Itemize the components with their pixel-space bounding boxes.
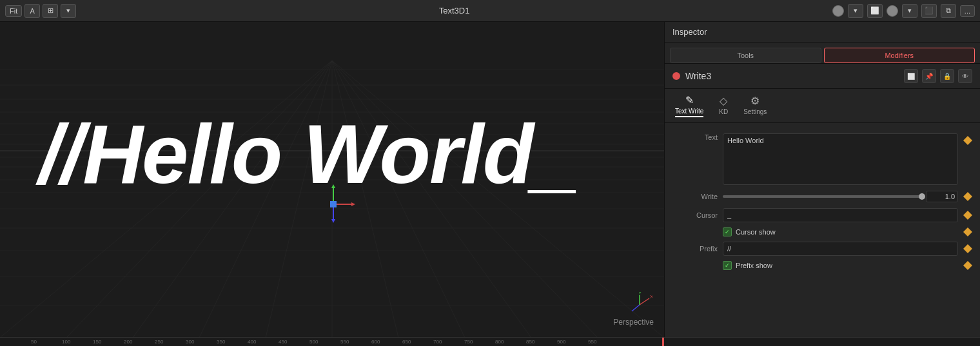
record-button[interactable] [832,5,844,17]
prefix-value-area [723,242,958,256]
ruler-tick-750: 750 [464,339,473,345]
fit-button[interactable]: Fit [5,5,22,17]
perspective-label: Perspective [613,318,654,327]
sub-tabs: ✎ Text Write ◇ KD ⚙ Settings [665,89,980,123]
viewport-3d-text: //Hello World_ [39,112,578,196]
cursor-property-row: Cursor [665,206,980,225]
split-view-icon[interactable]: ⧉ [941,4,956,18]
ruler-tick-900: 900 [557,339,565,345]
ruler-tick-650: 650 [402,339,411,345]
render-circle-btn[interactable] [887,5,898,17]
view-icon-btn[interactable]: ⊞ [43,4,58,18]
cursor-input[interactable] [723,208,958,222]
cursor-show-row: ✓ Cursor show [665,225,980,239]
chevron-down-icon2[interactable]: ▾ [848,4,863,18]
cursor-show-checkbox[interactable]: ✓ [723,227,732,236]
ruler-tick-600: 600 [371,339,380,345]
node-header: Write3 ⬜ 📌 🔒 👁 [665,64,980,89]
ruler-tick-50: 50 [31,339,37,345]
write-property-row: Write [665,187,980,206]
ruler-tick-550: 550 [340,339,349,345]
playhead [662,338,664,346]
more-button[interactable]: ... [960,5,975,17]
viewport-title: Text3D1 [439,6,470,15]
viewport[interactable]: //Hello World_ Perspective X Y [0,22,664,337]
text-write-label: Text Write [675,108,703,117]
inspector-top-tabs: Tools Modifiers [665,43,980,64]
pin-icon-btn[interactable]: 📌 [922,69,936,83]
cursor-value-area [723,208,958,222]
prefix-property-label: Prefix [672,245,718,253]
ruler-tick-200: 200 [124,339,132,345]
modifiers-tab[interactable]: Modifiers [824,48,975,63]
ruler-container: 50 100 150 200 250 300 350 400 450 500 5… [0,338,664,346]
text-value-area [723,133,958,185]
axes-indicator: X Y [627,292,652,318]
cursor-show-keyframe-btn[interactable] [963,227,972,236]
text-write-icon: ✎ [685,94,694,106]
inspector-panel: Inspector Tools Modifiers Write3 ⬜ 📌 🔒 👁… [664,22,980,337]
svg-text:Y: Y [638,292,642,296]
visibility-icon-btn[interactable]: 👁 [958,69,972,83]
ruler-tick-800: 800 [495,339,504,345]
text-property-row: Text [665,128,980,187]
svg-marker-31 [331,184,335,188]
node-active-dot [672,72,680,80]
write-slider[interactable] [723,195,922,198]
sub-tab-kd[interactable]: ◇ KD [716,93,730,118]
ruler-tick-450: 450 [279,339,287,345]
main-content: //Hello World_ Perspective X Y [0,22,980,337]
svg-line-40 [632,305,640,311]
text-input[interactable] [723,133,958,185]
svg-marker-35 [331,219,335,223]
write-slider-fill [723,195,922,198]
ruler-tick-150: 150 [93,339,101,345]
chevron-down-icon[interactable]: ▾ [61,4,76,18]
prefix-property-row: Prefix [665,239,980,258]
write-number-input[interactable] [926,191,958,202]
cursor-show-label: Cursor show [736,228,776,236]
write-value-area [723,191,958,202]
fit-group: Fit A ⊞ ▾ [5,4,76,18]
ruler-tick-300: 300 [186,339,194,345]
prefix-show-keyframe-btn[interactable] [963,261,972,270]
camera-icon-btn[interactable]: ⬛ [921,4,937,18]
svg-rect-29 [330,201,337,207]
text-keyframe-btn[interactable] [963,136,972,145]
cursor-property-label: Cursor [672,211,718,219]
kd-icon: ◇ [720,95,727,107]
settings-label: Settings [743,108,767,117]
sub-tab-text-write[interactable]: ✎ Text Write [672,93,706,119]
window-icon-btn[interactable]: ⬜ [904,69,918,83]
top-toolbar: Fit A ⊞ ▾ Text3D1 ▾ ⬜ ▾ ⬛ ⧉ ... [0,0,980,22]
prefix-show-label: Prefix show [736,262,772,269]
prefix-show-row: ✓ Prefix show [665,258,980,273]
write-slider-thumb [919,193,925,200]
node-name: Write3 [685,71,899,81]
prefix-input[interactable] [723,242,958,256]
prefix-show-checkbox[interactable]: ✓ [723,261,732,270]
sub-tab-settings[interactable]: ⚙ Settings [741,93,769,118]
ruler-tick-850: 850 [526,339,534,345]
chevron-down-icon3[interactable]: ▾ [902,4,917,18]
inspector-header: Inspector [665,22,980,43]
tools-tab[interactable]: Tools [670,48,821,63]
toolbar-right: ▾ ⬜ ▾ ⬛ ⧉ ... [832,4,975,18]
ruler-tick-400: 400 [248,339,256,345]
settings-icon: ⚙ [750,95,760,107]
screen-icon-btn[interactable]: ⬜ [867,4,883,18]
ruler-tick-250: 250 [155,339,163,345]
timeline-bar: 50 100 150 200 250 300 350 400 450 500 5… [0,337,980,346]
ruler-tick-350: 350 [217,339,225,345]
write-keyframe-btn[interactable] [963,192,972,201]
ruler-tick-100: 100 [62,339,70,345]
svg-text:X: X [650,294,652,300]
prefix-keyframe-btn[interactable] [963,244,972,253]
cursor-keyframe-btn[interactable] [963,211,972,220]
ruler-tick-500: 500 [309,339,318,345]
node-icon-group: ⬜ 📌 🔒 👁 [904,69,972,83]
lock-icon-btn[interactable]: 🔒 [940,69,954,83]
text-property-label: Text [672,133,718,141]
properties-panel: Text Write [665,123,980,337]
font-icon-btn[interactable]: A [24,4,40,18]
